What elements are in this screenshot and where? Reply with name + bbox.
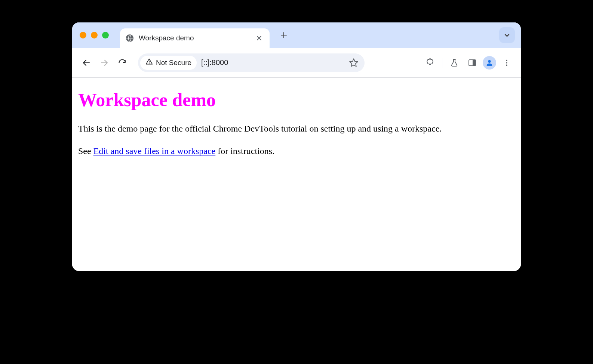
page-heading: Workspace demo [78,89,515,111]
globe-icon [125,34,134,43]
svg-rect-2 [473,60,476,66]
svg-point-6 [506,64,507,66]
extensions-button[interactable] [423,55,437,70]
forward-button[interactable] [97,55,112,70]
paragraph-2-prefix: See [78,146,93,156]
toolbar-divider [442,58,442,68]
browser-tab[interactable]: Workspace demo [120,28,270,48]
window-maximize-dot[interactable] [102,32,109,38]
page-paragraph-2: See Edit and save files in a workspace f… [78,145,515,157]
security-label: Not Secure [156,59,191,67]
tutorial-link[interactable]: Edit and save files in a workspace [93,146,216,156]
url-text: [::]:8000 [201,58,228,67]
svg-point-3 [488,60,491,62]
svg-point-5 [506,62,507,64]
paragraph-2-suffix: for instructions. [215,146,274,156]
svg-point-4 [506,59,507,61]
new-tab-button[interactable] [276,28,291,43]
profile-button[interactable] [483,56,496,70]
menu-button[interactable] [499,55,514,70]
traffic-lights [80,32,109,38]
page-content: Workspace demo This is the demo page for… [72,78,521,271]
browser-window: Workspace demo Not Secure [72,22,521,271]
toolbar: Not Secure [::]:8000 [72,48,521,78]
page-paragraph-1: This is the demo page for the official C… [78,123,515,135]
reload-button[interactable] [115,55,130,70]
back-button[interactable] [79,55,94,70]
window-close-dot[interactable] [80,32,86,38]
tab-strip: Workspace demo [72,22,521,48]
warning-icon [145,58,153,67]
address-bar[interactable]: Not Secure [::]:8000 [138,53,365,72]
window-minimize-dot[interactable] [91,32,98,38]
side-panel-button[interactable] [465,55,480,70]
tab-title: Workspace demo [139,34,249,42]
close-tab-button[interactable] [254,33,264,43]
search-tabs-button[interactable] [499,27,515,43]
labs-button[interactable] [447,55,462,70]
security-chip[interactable]: Not Secure [140,56,197,70]
bookmark-button[interactable] [348,57,359,68]
